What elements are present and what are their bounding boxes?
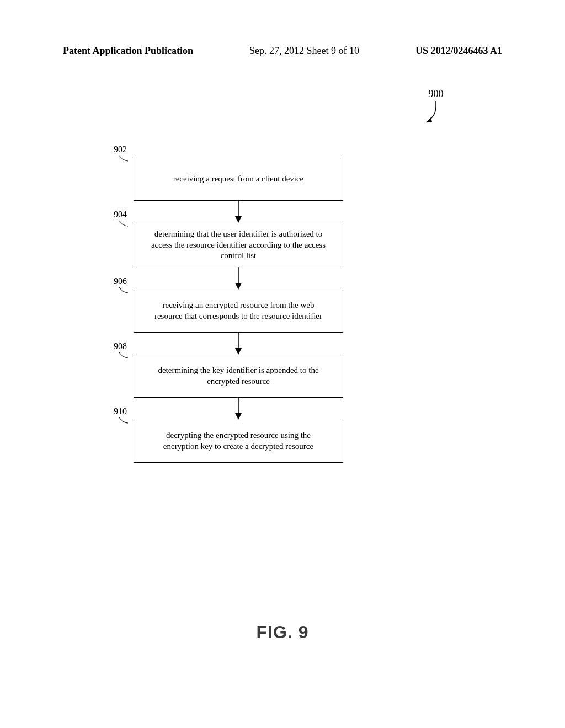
flowchart: 902 receiving a request from a client de… [134, 158, 343, 463]
step-box-904: determining that the user identifier is … [134, 223, 343, 267]
header-doc-number: US 2012/0246463 A1 [415, 45, 502, 57]
page-header: Patent Application Publication Sep. 27, … [63, 45, 502, 57]
patent-page: Patent Application Publication Sep. 27, … [0, 0, 565, 728]
step-ref-906: 906 [114, 276, 127, 286]
svg-marker-4 [235, 283, 242, 290]
step-ref-904: 904 [114, 210, 127, 220]
arrow-906-908 [134, 333, 343, 355]
step-ref-902: 902 [114, 144, 127, 154]
ref-tick-icon [118, 416, 129, 424]
arrow-908-910 [134, 398, 343, 420]
figure-title: FIG. 9 [0, 623, 565, 641]
down-arrow-icon [233, 333, 244, 355]
figure-reference-label: 900 [429, 88, 444, 99]
step-906: 906 receiving an encrypted resource from… [134, 290, 343, 333]
down-arrow-icon [233, 201, 244, 223]
step-910: 910 decrypting the encrypted resource us… [134, 420, 343, 463]
down-arrow-icon [233, 267, 244, 290]
ref-tick-icon [118, 154, 129, 162]
ref-tick-icon [118, 220, 129, 227]
curve-arrow-icon [422, 100, 450, 124]
step-ref-910: 910 [114, 406, 127, 416]
svg-marker-8 [235, 413, 242, 420]
down-arrow-icon [233, 398, 244, 420]
arrow-904-906 [134, 267, 343, 290]
step-904: 904 determining that the user identifier… [134, 223, 343, 267]
svg-marker-2 [235, 216, 242, 223]
step-908: 908 determining the key identifier is ap… [134, 355, 343, 398]
svg-marker-6 [235, 348, 242, 355]
ref-tick-icon [118, 351, 129, 359]
step-ref-908: 908 [114, 341, 127, 351]
step-box-908: determining the key identifier is append… [134, 355, 343, 398]
step-box-910: decrypting the encrypted resource using … [134, 420, 343, 463]
header-publication: Patent Application Publication [63, 45, 193, 57]
step-box-906: receiving an encrypted resource from the… [134, 290, 343, 333]
header-sheet-info: Sep. 27, 2012 Sheet 9 of 10 [249, 45, 359, 57]
step-902: 902 receiving a request from a client de… [134, 158, 343, 201]
step-box-902: receiving a request from a client device [134, 158, 343, 201]
ref-tick-icon [118, 286, 129, 294]
figure-reference-900: 900 [414, 88, 458, 124]
arrow-902-904 [134, 201, 343, 223]
